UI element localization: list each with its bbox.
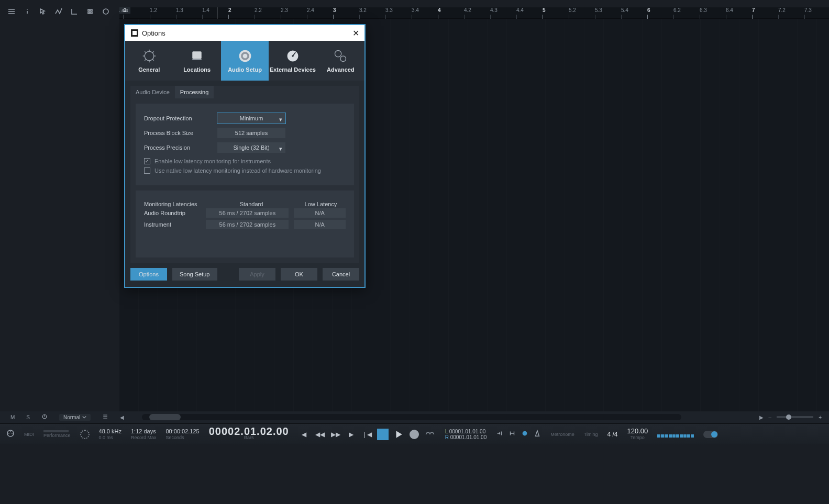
tab-audio-device[interactable]: Audio Device: [130, 86, 175, 98]
svg-point-15: [292, 55, 294, 57]
play-button[interactable]: [393, 429, 404, 440]
low-latency-checkbox[interactable]: Enable low latency monitoring for instru…: [144, 158, 346, 164]
ruler-tick: 5.2: [569, 7, 576, 13]
record-button[interactable]: [408, 429, 420, 440]
menu-icon[interactable]: [7, 7, 16, 16]
ruler-tick: 4.3: [490, 7, 498, 13]
ok-button[interactable]: OK: [281, 268, 317, 281]
bars-label: Bars: [244, 434, 254, 441]
ruler-tick: 2.2: [255, 7, 262, 13]
cat-external-devices[interactable]: External Devices: [269, 41, 316, 81]
native-monitoring-checkbox[interactable]: Use native low latency monitoring instea…: [144, 167, 346, 174]
solo-button[interactable]: S: [26, 415, 30, 420]
return-to-start-button[interactable]: ❘◀: [361, 429, 373, 440]
cat-audio-setup[interactable]: Audio Setup: [221, 41, 269, 81]
song-setup-button[interactable]: Song Setup: [172, 268, 217, 281]
performance-label: Performance: [43, 432, 71, 439]
options-button[interactable]: Options: [130, 268, 167, 281]
ruler-tick: 3.2: [359, 7, 367, 13]
lat-head-2: Low Latency: [296, 201, 346, 207]
automation-mode-select[interactable]: Normal: [59, 414, 91, 421]
transport-bar: MIDI Performance 48.0 kHz0.0 ms 1:12 day…: [0, 423, 829, 444]
autopunch-icon[interactable]: [509, 430, 516, 439]
ruler-tick: 3: [333, 7, 336, 13]
zoom-slider[interactable]: [777, 416, 813, 418]
ruler-tick: 2.4: [307, 7, 314, 13]
cpu-spinner-icon: [80, 430, 90, 439]
ruler-tick: 1.3: [176, 7, 183, 13]
timeline-ruler[interactable]: 4/4 11.21.31.422.22.32.433.23.33.444.24.…: [119, 7, 829, 19]
ruler-tick: 6.4: [726, 7, 733, 13]
latency-row: Instrument56 ms / 2702 samplesN/A: [144, 219, 346, 230]
mute-button[interactable]: M: [10, 415, 15, 420]
fast-forward-button[interactable]: ▶▶: [330, 429, 341, 440]
list-icon[interactable]: [102, 413, 108, 421]
rewind-button[interactable]: ◀: [299, 429, 310, 440]
metronome-toggle[interactable]: [521, 430, 528, 439]
arrow-tool-icon[interactable]: [39, 7, 47, 16]
close-icon[interactable]: ✕: [352, 28, 359, 38]
ruler-tick: 6: [647, 7, 650, 13]
midi-label: MIDI: [24, 431, 34, 438]
precount-icon[interactable]: [534, 430, 541, 439]
precision-label: Process Precision: [144, 144, 217, 151]
info-icon[interactable]: [23, 7, 31, 16]
loop-button[interactable]: [424, 429, 436, 440]
zoom-in-icon[interactable]: +: [819, 415, 822, 420]
block-size-value[interactable]: 512 samples: [217, 128, 285, 138]
tempo-label: Tempo: [631, 434, 645, 441]
tab-processing[interactable]: Processing: [175, 86, 214, 98]
midi-activity-icon: [6, 429, 15, 439]
time-signature[interactable]: 4 /4: [607, 431, 617, 438]
record-max-label: Record Max: [131, 434, 157, 441]
svg-rect-10: [192, 59, 202, 60]
locators[interactable]: L 00001.01.01.00 R 00001.01.01.00: [445, 429, 487, 440]
cat-general[interactable]: General: [125, 41, 173, 81]
apply-button[interactable]: Apply: [239, 268, 275, 281]
cat-locations[interactable]: Locations: [173, 41, 220, 81]
sample-rate: 48.0 kHz: [99, 428, 121, 434]
tempo-value[interactable]: 120.00: [627, 428, 648, 434]
ruler-tick: 7.2: [778, 7, 786, 13]
timing-label: Timing: [584, 431, 598, 438]
fast-rewind-button[interactable]: ◀◀: [314, 429, 326, 440]
dialog-titlebar[interactable]: Options ✕: [125, 25, 364, 41]
scroll-left-icon[interactable]: ◀: [120, 415, 124, 420]
cancel-button[interactable]: Cancel: [323, 268, 359, 281]
ruler-tick: 3.3: [385, 7, 393, 13]
horizontal-scrollbar[interactable]: [142, 414, 681, 420]
ruler-tick: 1: [124, 7, 127, 13]
lat-head-0: Monitoring Latencies: [144, 201, 207, 207]
ruler-tick: 1.2: [150, 7, 157, 13]
tool-toolbar: [0, 5, 118, 18]
ruler-tick: 5.3: [595, 7, 602, 13]
automation-tool-icon[interactable]: [54, 7, 63, 16]
ruler-tick: 4.2: [464, 7, 471, 13]
zoom-out-icon[interactable]: –: [769, 415, 772, 420]
svg-point-2: [7, 430, 14, 436]
ruler-tick: 4.4: [516, 7, 524, 13]
cat-advanced[interactable]: Advanced: [317, 41, 364, 81]
ruler-tick: 1.4: [202, 7, 209, 13]
preroll-icon[interactable]: [496, 430, 503, 439]
ruler-tick: 6.3: [700, 7, 707, 13]
dropout-select[interactable]: Minimum▾: [217, 113, 285, 124]
forward-button[interactable]: ▶: [346, 429, 357, 440]
paint-tool-icon[interactable]: [86, 7, 94, 16]
scroll-right-icon[interactable]: ▶: [759, 415, 764, 420]
svg-rect-9: [192, 51, 202, 59]
svg-point-4: [10, 431, 11, 432]
bars-counter[interactable]: 00002.01.02.00: [209, 428, 289, 434]
svg-point-17: [340, 56, 346, 62]
lat-head-1: Standard: [207, 201, 296, 207]
marker-tool-icon[interactable]: [102, 7, 110, 16]
svg-point-0: [103, 9, 108, 14]
latency-value: 0.0 ms: [99, 434, 121, 441]
bend-tool-icon[interactable]: [70, 7, 79, 16]
stop-button[interactable]: [377, 429, 389, 440]
block-size-label: Process Block Size: [144, 130, 217, 136]
precision-select[interactable]: Single (32 Bit)▾: [217, 142, 285, 153]
power-icon[interactable]: [41, 413, 48, 421]
track-footer: M S Normal ◀ ▶ – +: [0, 411, 829, 423]
master-toggle[interactable]: [703, 431, 718, 438]
